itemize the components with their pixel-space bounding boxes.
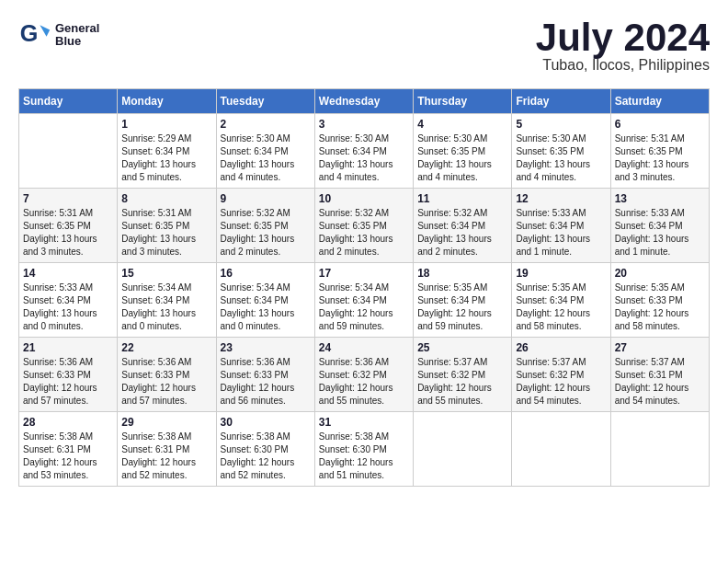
logo-line2: Blue <box>55 35 99 48</box>
column-header-friday: Friday <box>512 89 610 114</box>
page-header: G General Blue July 2024 Tubao, Ilocos, … <box>18 18 710 74</box>
day-cell: 8Sunrise: 5:31 AMSunset: 6:35 PMDaylight… <box>118 189 216 263</box>
day-info: Sunrise: 5:30 AMSunset: 6:34 PMDaylight:… <box>319 132 409 184</box>
day-cell: 27Sunrise: 5:37 AMSunset: 6:31 PMDayligh… <box>610 338 709 412</box>
day-cell <box>414 412 512 487</box>
day-number: 2 <box>221 118 311 131</box>
day-cell: 4Sunrise: 5:30 AMSunset: 6:35 PMDaylight… <box>414 114 512 189</box>
day-number: 25 <box>417 341 507 354</box>
day-cell: 23Sunrise: 5:36 AMSunset: 6:33 PMDayligh… <box>216 338 314 412</box>
day-cell: 19Sunrise: 5:35 AMSunset: 6:34 PMDayligh… <box>512 263 610 338</box>
column-header-sunday: Sunday <box>19 89 118 114</box>
day-number: 20 <box>615 267 705 280</box>
day-cell: 30Sunrise: 5:38 AMSunset: 6:30 PMDayligh… <box>216 412 314 487</box>
day-info: Sunrise: 5:37 AMSunset: 6:32 PMDaylight:… <box>417 356 507 408</box>
column-header-thursday: Thursday <box>414 89 512 114</box>
day-cell: 10Sunrise: 5:32 AMSunset: 6:35 PMDayligh… <box>314 189 413 263</box>
day-cell: 21Sunrise: 5:36 AMSunset: 6:33 PMDayligh… <box>19 338 118 412</box>
day-cell: 25Sunrise: 5:37 AMSunset: 6:32 PMDayligh… <box>414 338 512 412</box>
day-cell: 11Sunrise: 5:32 AMSunset: 6:34 PMDayligh… <box>414 189 512 263</box>
column-header-wednesday: Wednesday <box>314 89 413 114</box>
day-cell: 17Sunrise: 5:34 AMSunset: 6:34 PMDayligh… <box>314 263 413 338</box>
day-info: Sunrise: 5:34 AMSunset: 6:34 PMDaylight:… <box>121 282 211 333</box>
day-cell: 14Sunrise: 5:33 AMSunset: 6:34 PMDayligh… <box>19 263 118 338</box>
day-cell: 18Sunrise: 5:35 AMSunset: 6:34 PMDayligh… <box>414 263 512 338</box>
day-number: 9 <box>221 192 311 205</box>
day-cell: 7Sunrise: 5:31 AMSunset: 6:35 PMDaylight… <box>19 189 118 263</box>
day-cell <box>610 412 709 487</box>
day-info: Sunrise: 5:38 AMSunset: 6:31 PMDaylight:… <box>121 431 211 482</box>
day-cell: 6Sunrise: 5:31 AMSunset: 6:35 PMDaylight… <box>610 114 709 189</box>
day-number: 5 <box>516 118 606 131</box>
day-info: Sunrise: 5:33 AMSunset: 6:34 PMDaylight:… <box>23 282 113 333</box>
day-info: Sunrise: 5:36 AMSunset: 6:32 PMDaylight:… <box>319 356 409 408</box>
svg-text:G: G <box>20 20 39 46</box>
calendar-table: SundayMondayTuesdayWednesdayThursdayFrid… <box>18 88 710 487</box>
day-info: Sunrise: 5:31 AMSunset: 6:35 PMDaylight:… <box>121 207 211 259</box>
day-number: 16 <box>221 267 311 280</box>
day-cell: 5Sunrise: 5:30 AMSunset: 6:35 PMDaylight… <box>512 114 610 189</box>
day-cell: 15Sunrise: 5:34 AMSunset: 6:34 PMDayligh… <box>118 263 216 338</box>
day-cell: 22Sunrise: 5:36 AMSunset: 6:33 PMDayligh… <box>118 338 216 412</box>
day-info: Sunrise: 5:30 AMSunset: 6:34 PMDaylight:… <box>221 132 311 184</box>
svg-marker-1 <box>40 25 50 37</box>
day-number: 12 <box>516 192 606 205</box>
day-info: Sunrise: 5:37 AMSunset: 6:32 PMDaylight:… <box>516 356 606 408</box>
column-header-monday: Monday <box>118 89 216 114</box>
day-info: Sunrise: 5:36 AMSunset: 6:33 PMDaylight:… <box>23 356 113 408</box>
day-cell: 1Sunrise: 5:29 AMSunset: 6:34 PMDaylight… <box>118 114 216 189</box>
day-number: 13 <box>615 192 705 205</box>
day-number: 24 <box>319 341 409 354</box>
day-info: Sunrise: 5:35 AMSunset: 6:34 PMDaylight:… <box>516 282 606 333</box>
day-cell: 20Sunrise: 5:35 AMSunset: 6:33 PMDayligh… <box>610 263 709 338</box>
day-number: 29 <box>121 416 211 429</box>
day-info: Sunrise: 5:37 AMSunset: 6:31 PMDaylight:… <box>615 356 705 408</box>
day-number: 28 <box>23 416 113 429</box>
day-number: 22 <box>121 341 211 354</box>
week-row-5: 28Sunrise: 5:38 AMSunset: 6:31 PMDayligh… <box>19 412 710 487</box>
logo-line1: General <box>55 22 99 35</box>
day-number: 11 <box>417 192 507 205</box>
day-number: 14 <box>23 267 113 280</box>
week-row-2: 7Sunrise: 5:31 AMSunset: 6:35 PMDaylight… <box>19 189 710 263</box>
week-row-1: 1Sunrise: 5:29 AMSunset: 6:34 PMDaylight… <box>19 114 710 189</box>
day-cell: 12Sunrise: 5:33 AMSunset: 6:34 PMDayligh… <box>512 189 610 263</box>
column-header-tuesday: Tuesday <box>216 89 314 114</box>
day-info: Sunrise: 5:34 AMSunset: 6:34 PMDaylight:… <box>319 282 409 333</box>
day-info: Sunrise: 5:33 AMSunset: 6:34 PMDaylight:… <box>516 207 606 259</box>
day-info: Sunrise: 5:31 AMSunset: 6:35 PMDaylight:… <box>23 207 113 259</box>
logo-icon: G <box>18 18 51 52</box>
day-number: 17 <box>319 267 409 280</box>
day-cell: 3Sunrise: 5:30 AMSunset: 6:34 PMDaylight… <box>314 114 413 189</box>
day-number: 30 <box>221 416 311 429</box>
day-cell: 24Sunrise: 5:36 AMSunset: 6:32 PMDayligh… <box>314 338 413 412</box>
day-info: Sunrise: 5:35 AMSunset: 6:33 PMDaylight:… <box>615 282 705 333</box>
day-number: 7 <box>23 192 113 205</box>
day-number: 23 <box>221 341 311 354</box>
day-number: 21 <box>23 341 113 354</box>
day-info: Sunrise: 5:38 AMSunset: 6:31 PMDaylight:… <box>23 431 113 482</box>
day-info: Sunrise: 5:32 AMSunset: 6:34 PMDaylight:… <box>417 207 507 259</box>
week-row-4: 21Sunrise: 5:36 AMSunset: 6:33 PMDayligh… <box>19 338 710 412</box>
day-number: 1 <box>121 118 211 131</box>
title-area: July 2024 Tubao, Ilocos, Philippines <box>536 18 710 74</box>
day-cell <box>19 114 118 189</box>
day-number: 18 <box>417 267 507 280</box>
day-cell: 2Sunrise: 5:30 AMSunset: 6:34 PMDaylight… <box>216 114 314 189</box>
day-number: 15 <box>121 267 211 280</box>
day-cell <box>512 412 610 487</box>
day-info: Sunrise: 5:31 AMSunset: 6:35 PMDaylight:… <box>615 132 705 184</box>
day-number: 27 <box>615 341 705 354</box>
day-cell: 29Sunrise: 5:38 AMSunset: 6:31 PMDayligh… <box>118 412 216 487</box>
day-cell: 28Sunrise: 5:38 AMSunset: 6:31 PMDayligh… <box>19 412 118 487</box>
day-info: Sunrise: 5:32 AMSunset: 6:35 PMDaylight:… <box>319 207 409 259</box>
day-info: Sunrise: 5:29 AMSunset: 6:34 PMDaylight:… <box>121 132 211 184</box>
day-number: 3 <box>319 118 409 131</box>
day-cell: 13Sunrise: 5:33 AMSunset: 6:34 PMDayligh… <box>610 189 709 263</box>
day-info: Sunrise: 5:35 AMSunset: 6:34 PMDaylight:… <box>417 282 507 333</box>
day-info: Sunrise: 5:38 AMSunset: 6:30 PMDaylight:… <box>319 431 409 482</box>
day-cell: 31Sunrise: 5:38 AMSunset: 6:30 PMDayligh… <box>314 412 413 487</box>
week-row-3: 14Sunrise: 5:33 AMSunset: 6:34 PMDayligh… <box>19 263 710 338</box>
day-info: Sunrise: 5:36 AMSunset: 6:33 PMDaylight:… <box>221 356 311 408</box>
column-header-saturday: Saturday <box>610 89 709 114</box>
